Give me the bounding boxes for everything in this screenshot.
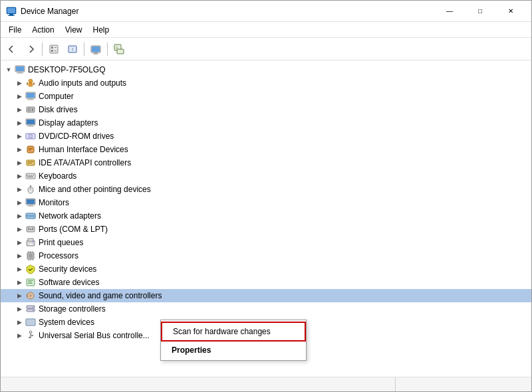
- svg-rect-21: [17, 73, 23, 74]
- tree-sound[interactable]: ▶ Sound, video and game controllers: [1, 289, 531, 302]
- expand-processors[interactable]: ▶: [14, 250, 25, 261]
- tree-print[interactable]: ▶ Print queues: [1, 236, 531, 249]
- ide-label: IDE ATA/ATAPI controllers: [39, 158, 131, 167]
- expand-display[interactable]: ▶: [14, 118, 25, 128]
- expand-usb[interactable]: ▶: [14, 330, 25, 341]
- menu-action[interactable]: Action: [27, 24, 59, 36]
- menu-view[interactable]: View: [60, 24, 88, 36]
- root-label: DESKTOP-7F5OLGQ: [28, 65, 105, 74]
- maximize-button[interactable]: □: [465, 1, 495, 22]
- computer-label: Computer: [39, 92, 74, 101]
- hid-icon: [25, 144, 37, 155]
- tree-computer[interactable]: ▶ Computer: [1, 90, 531, 103]
- tree-monitors[interactable]: ▶ Monitors: [1, 196, 531, 209]
- print-label: Print queues: [39, 238, 83, 247]
- svg-rect-94: [27, 320, 35, 325]
- audio-icon: [25, 77, 37, 89]
- tree-keyboard[interactable]: ▶ Keyboards: [1, 169, 531, 183]
- context-properties[interactable]: Properties: [161, 342, 306, 359]
- menu-help[interactable]: Help: [88, 24, 115, 36]
- software-icon: [25, 276, 37, 288]
- computer-icon: [14, 64, 26, 76]
- svg-rect-59: [27, 206, 34, 207]
- properties-toolbar-button[interactable]: [45, 41, 63, 58]
- tree-panel[interactable]: ▼ DESKTOP-7F5OLGQ ▶: [1, 60, 531, 377]
- dvd-icon: [25, 130, 37, 142]
- expand-security[interactable]: ▶: [14, 264, 25, 274]
- expand-sound[interactable]: ▶: [14, 290, 25, 301]
- svg-rect-76: [29, 254, 33, 258]
- tree-audio[interactable]: ▶ Audio inputs and outputs: [1, 76, 531, 90]
- tree-network[interactable]: ▶ Network adapters: [1, 209, 531, 223]
- toolbar-separator-3: [107, 43, 108, 56]
- tree-software[interactable]: ▶ Software devices: [1, 276, 531, 289]
- expand-keyboard[interactable]: ▶: [14, 171, 25, 181]
- svg-rect-1: [7, 8, 15, 13]
- device-manager-window: Device Manager — □ ✕ File Action View He…: [0, 0, 532, 392]
- menu-file[interactable]: File: [3, 24, 27, 36]
- toolbar-separator-2: [84, 43, 84, 56]
- context-menu: Scan for hardware changes Properties: [160, 320, 307, 361]
- svg-rect-84: [28, 280, 33, 281]
- mice-label: Mice and other pointing devices: [39, 185, 151, 194]
- expand-hid[interactable]: ▶: [14, 144, 25, 155]
- disk-icon: [25, 104, 37, 116]
- expand-ide[interactable]: ▶: [14, 157, 25, 168]
- mice-icon: [25, 183, 37, 195]
- expand-print[interactable]: ▶: [14, 237, 25, 248]
- expand-software[interactable]: ▶: [14, 277, 25, 288]
- svg-rect-16: [117, 49, 124, 54]
- svg-point-33: [29, 109, 30, 110]
- tree-display[interactable]: ▶ Display adapters: [1, 116, 531, 130]
- display-icon: [25, 117, 37, 129]
- svg-rect-97: [29, 337, 31, 338]
- expand-monitors[interactable]: ▶: [14, 197, 25, 208]
- status-bar: [1, 377, 531, 391]
- expand-computer[interactable]: ▶: [14, 91, 25, 102]
- expand-ports[interactable]: ▶: [14, 224, 25, 235]
- expand-dvd[interactable]: ▶: [14, 131, 25, 142]
- svg-point-40: [30, 136, 31, 137]
- tree-root[interactable]: ▼ DESKTOP-7F5OLGQ: [1, 63, 531, 76]
- menu-bar: File Action View Help: [1, 22, 531, 38]
- expand-audio[interactable]: ▶: [14, 78, 25, 88]
- expand-disk[interactable]: ▶: [14, 104, 25, 115]
- back-button[interactable]: [3, 41, 21, 58]
- tree-mice[interactable]: ▶ Mice and other pointing devices: [1, 183, 531, 196]
- computer-tree-icon: [25, 90, 37, 102]
- svg-rect-4: [50, 45, 58, 53]
- expand-root[interactable]: ▼: [3, 64, 14, 75]
- expand-network[interactable]: ▶: [14, 211, 25, 221]
- network-icon: [25, 210, 37, 222]
- tree-ports[interactable]: ▶ Ports (COM & LPT): [1, 223, 531, 236]
- svg-text:!: !: [72, 47, 73, 52]
- title-bar-title: Device Manager: [21, 7, 78, 16]
- tree-disk[interactable]: ▶ Disk drives: [1, 103, 531, 116]
- help-toolbar-button[interactable]: ≡: [110, 41, 128, 58]
- svg-rect-5: [51, 47, 53, 49]
- context-scan-hardware[interactable]: Scan for hardware changes: [161, 322, 306, 342]
- svg-rect-42: [29, 148, 33, 149]
- tree-dvd[interactable]: ▶ DVD/CD-ROM drives: [1, 130, 531, 143]
- svg-point-88: [29, 294, 32, 297]
- close-button[interactable]: ✕: [495, 1, 526, 22]
- ports-icon: [25, 223, 37, 235]
- update-driver-button[interactable]: !: [64, 41, 81, 58]
- tree-processors[interactable]: ▶ Processors: [1, 249, 531, 262]
- tree-security[interactable]: ▶ Security devices: [1, 262, 531, 276]
- expand-storage[interactable]: ▶: [14, 304, 25, 314]
- tree-storage[interactable]: ▶ Storage controllers: [1, 302, 531, 316]
- forward-button[interactable]: [22, 41, 39, 58]
- expand-system[interactable]: ▶: [14, 317, 25, 328]
- scan-hardware-button[interactable]: [87, 41, 104, 58]
- expand-mice[interactable]: ▶: [14, 184, 25, 195]
- security-icon: [25, 263, 37, 275]
- svg-point-91: [33, 306, 34, 308]
- processor-icon: [25, 250, 37, 262]
- tree-hid[interactable]: ▶ Human Interface Devices: [1, 143, 531, 156]
- minimize-button[interactable]: —: [434, 1, 465, 22]
- tree-ide[interactable]: ▶ IDE ATA/ATAPI controllers: [1, 156, 531, 169]
- sound-label: Sound, video and game controllers: [39, 291, 162, 300]
- processors-label: Processors: [39, 251, 78, 260]
- svg-rect-19: [16, 66, 24, 71]
